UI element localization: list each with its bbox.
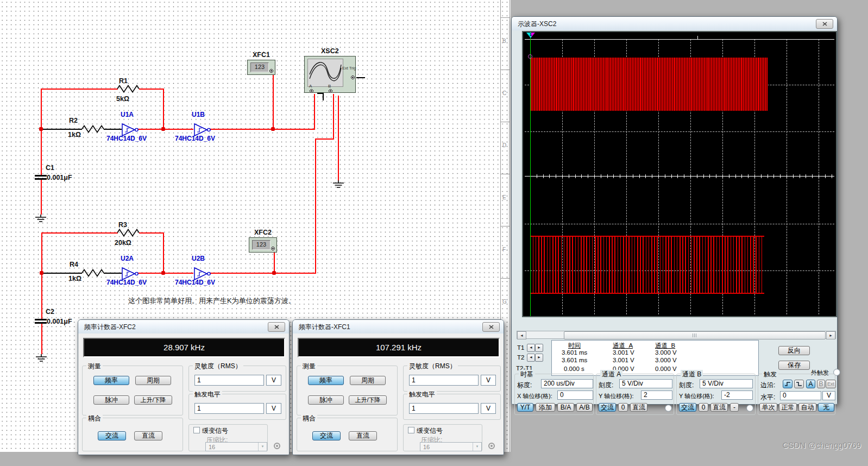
fc2-period-button[interactable]: 周期	[135, 376, 171, 385]
channel-b-ac-button[interactable]: 交流	[679, 403, 696, 412]
close-icon[interactable]	[816, 19, 833, 29]
trigger-normal-button[interactable]: 正常	[779, 403, 797, 412]
fc2-titlebar[interactable]: 频率计数器-XFC2	[78, 320, 289, 334]
channel-a-dc-button[interactable]: 直流	[630, 403, 647, 412]
time-cursor[interactable]	[530, 32, 531, 316]
scope-titlebar[interactable]: 示波器-XSC2	[512, 17, 837, 31]
wire[interactable]	[273, 72, 274, 130]
wire[interactable]	[41, 232, 118, 234]
fc2-sensitivity-input[interactable]: 1	[194, 375, 264, 386]
wire[interactable]	[314, 94, 315, 130]
channel-b-dc-button[interactable]: 直流	[710, 403, 728, 412]
fc1-ac-button[interactable]: 交流	[312, 431, 341, 440]
wire[interactable]	[138, 129, 193, 130]
scroll-right-icon[interactable]: ►	[826, 331, 835, 339]
mode-yt-button[interactable]: Y/T	[517, 403, 533, 412]
t2-left-icon[interactable]: ◄	[527, 354, 535, 362]
wire[interactable]	[163, 89, 164, 130]
ext-trig-terminal[interactable]	[351, 75, 355, 79]
trigger-source-b-button[interactable]: B	[817, 380, 825, 388]
trigger-auto-button[interactable]: 自动	[798, 403, 816, 412]
frequency-counter-icon-xfc2[interactable]: 123	[249, 237, 277, 253]
wire[interactable]	[41, 89, 42, 175]
fc1-trigger-unit[interactable]: V	[481, 403, 496, 414]
falling-edge-icon[interactable]	[794, 380, 804, 388]
fc2-ratio-dropdown[interactable]: 16 ▼	[205, 442, 267, 451]
chevron-down-icon[interactable]: ▼	[258, 443, 267, 451]
fc1-sensitivity-unit[interactable]: V	[481, 375, 496, 386]
terminal[interactable]	[269, 69, 273, 73]
wire[interactable]	[210, 273, 315, 274]
terminal[interactable]	[271, 247, 275, 250]
wire[interactable]	[138, 273, 193, 274]
wire[interactable]	[41, 324, 42, 354]
wire[interactable]	[333, 94, 334, 140]
wire[interactable]	[41, 232, 42, 319]
trigger-source-ext-button[interactable]: Ext	[826, 380, 836, 388]
mode-add-button[interactable]: 添加	[536, 403, 555, 412]
wire-stub[interactable]	[323, 93, 324, 100]
close-icon[interactable]	[482, 322, 500, 332]
fc1-pulse-button[interactable]: 脉冲	[308, 395, 344, 405]
channel-a-zero-button[interactable]: 0	[618, 403, 628, 412]
fc1-dc-button[interactable]: 直流	[349, 431, 377, 440]
trigger-single-button[interactable]: 单次	[759, 403, 777, 412]
trigger-none-button[interactable]: 无	[818, 403, 834, 412]
fc1-period-button[interactable]: 周期	[350, 376, 386, 385]
fc2-dc-button[interactable]: 直流	[134, 431, 162, 440]
channel-a-terminal[interactable]	[310, 89, 313, 93]
scroll-left-icon[interactable]: ◄	[517, 331, 526, 339]
t1-right-icon[interactable]: ►	[535, 344, 543, 352]
channel-b-terminal[interactable]	[329, 89, 332, 93]
trigger-source-a-button[interactable]: A	[806, 380, 815, 388]
wire[interactable]	[41, 89, 118, 90]
wire[interactable]	[163, 232, 164, 274]
fc2-slow-signal-checkbox[interactable]	[193, 427, 200, 433]
reverse-button[interactable]: 反向	[778, 346, 810, 355]
fc2-ac-button[interactable]: 交流	[98, 431, 126, 440]
channel-a-ypos-input[interactable]: 2	[641, 391, 672, 400]
save-button[interactable]: 保存	[778, 361, 810, 370]
channel-b-scale-input[interactable]: 5 V/Div	[700, 379, 753, 388]
ground-icon[interactable]	[35, 354, 48, 363]
fc2-risefall-button[interactable]: 上升/下降	[134, 395, 172, 405]
channel-b-zero-button[interactable]: 0	[699, 403, 708, 412]
trigger-level-input[interactable]: 0	[780, 391, 821, 400]
resistor-r1[interactable]	[109, 85, 147, 93]
chevron-down-icon[interactable]: ▼	[473, 443, 481, 451]
fc2-sensitivity-unit[interactable]: V	[266, 375, 281, 386]
scrollbar-thumb[interactable]	[564, 331, 826, 339]
mode-ba-button[interactable]: B/A	[557, 403, 574, 412]
resistor-r3[interactable]	[109, 229, 147, 237]
trigger-level-unit[interactable]: V	[822, 391, 835, 400]
wire[interactable]	[315, 138, 334, 140]
fc1-risefall-button[interactable]: 上升/下降	[349, 395, 387, 405]
ground-icon[interactable]	[332, 180, 345, 189]
frequency-counter-icon-xfc1[interactable]: 123	[247, 60, 275, 75]
rising-edge-icon[interactable]	[783, 380, 792, 388]
capacitor-c1[interactable]	[35, 178, 47, 180]
scope-scrollbar[interactable]: ◄ ►	[517, 331, 836, 339]
mode-ab-button[interactable]: A/B	[576, 403, 593, 412]
t1-left-icon[interactable]: ◄	[527, 344, 535, 352]
capacitor-c2[interactable]	[35, 322, 47, 324]
fc1-sensitivity-input[interactable]: 1	[409, 375, 479, 386]
capacitor-c1[interactable]	[35, 175, 47, 177]
wire[interactable]	[338, 96, 339, 180]
wire[interactable]	[274, 250, 275, 274]
t2-right-icon[interactable]: ►	[535, 354, 543, 362]
cursor-flag[interactable]: 1	[526, 33, 535, 38]
wire[interactable]	[41, 180, 42, 215]
fc1-ratio-dropdown[interactable]: 16 ▼	[420, 442, 482, 451]
wire[interactable]	[210, 129, 315, 130]
fc1-trigger-input[interactable]: 1	[409, 403, 479, 414]
close-icon[interactable]	[268, 322, 285, 332]
fc2-pulse-button[interactable]: 脉冲	[93, 395, 129, 405]
channel-a-scale-input[interactable]: 5 V/Div	[619, 379, 672, 388]
wire-stub[interactable]	[356, 77, 365, 78]
timebase-scale-input[interactable]: 200 us/Div	[541, 379, 593, 388]
fc1-slow-signal-checkbox[interactable]	[408, 427, 414, 433]
ground-icon[interactable]	[34, 215, 47, 223]
wire[interactable]	[315, 138, 316, 274]
fc1-titlebar[interactable]: 频率计数器-XFC1	[293, 320, 504, 334]
